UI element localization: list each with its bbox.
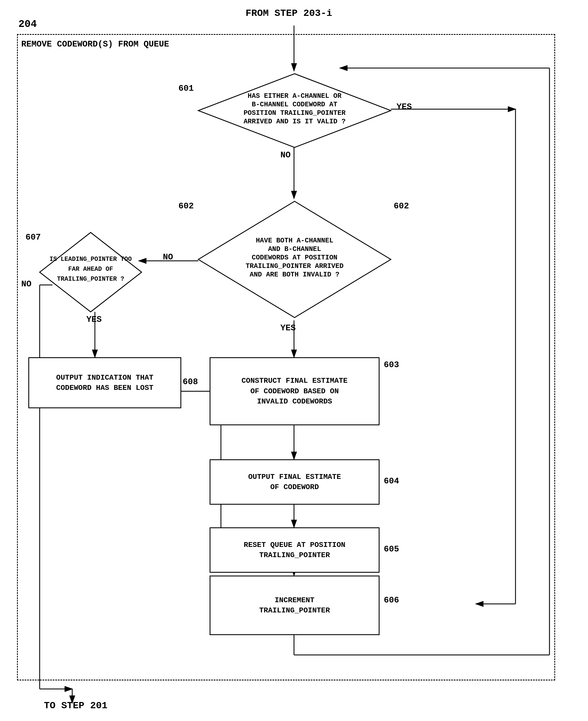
- box-604: OUTPUT FINAL ESTIMATEOF CODEWORD: [210, 459, 380, 505]
- step-602: 602: [178, 201, 194, 211]
- svg-text:AND ARE BOTH INVALID ?: AND ARE BOTH INVALID ?: [250, 271, 340, 278]
- yes-label-602: YES: [280, 323, 296, 333]
- no-label-601: NO: [280, 150, 291, 160]
- svg-text:TRAILING_POINTER ARRIVED: TRAILING_POINTER ARRIVED: [246, 262, 343, 270]
- yes-label-607: YES: [86, 315, 102, 324]
- remove-codeword-label: REMOVE CODEWORD(S) FROM QUEUE: [21, 38, 169, 50]
- box-608: OUTPUT INDICATION THATCODEWORD HAS BEEN …: [28, 357, 181, 408]
- step-606: 606: [384, 595, 399, 605]
- svg-text:ARRIVED AND IS IT VALID ?: ARRIVED AND IS IT VALID ?: [244, 118, 345, 125]
- yes-label-601: YES: [397, 102, 412, 112]
- step-602b: 602: [394, 201, 409, 211]
- step-607: 607: [25, 233, 41, 242]
- label-204: 204: [18, 18, 37, 30]
- no-label-602: NO: [163, 252, 173, 262]
- box-605: RESET QUEUE AT POSITIONTRAILING_POINTER: [210, 527, 380, 573]
- decision-607: IS LEADING_POINTER TOO FAR AHEAD OF TRAI…: [37, 229, 144, 315]
- svg-text:AND B-CHANNEL: AND B-CHANNEL: [268, 245, 321, 253]
- box-603: CONSTRUCT FINAL ESTIMATEOF CODEWORD BASE…: [210, 357, 380, 425]
- step-608: 608: [183, 377, 198, 387]
- box-606: INCREMENTTRAILING_POINTER: [210, 576, 380, 635]
- step-601: 601: [178, 84, 194, 93]
- svg-text:FAR AHEAD OF: FAR AHEAD OF: [68, 266, 113, 273]
- svg-text:CODEWORDS AT POSITION: CODEWORDS AT POSITION: [252, 254, 337, 261]
- svg-text:TRAILING_POINTER ?: TRAILING_POINTER ?: [57, 276, 124, 283]
- svg-text:POSITION TRAILING_POINTER: POSITION TRAILING_POINTER: [244, 109, 346, 117]
- step-604: 604: [384, 476, 399, 486]
- no-label-607: NO: [21, 279, 31, 289]
- step-603: 603: [384, 360, 399, 370]
- from-step-label: FROM STEP 203-i: [232, 8, 345, 19]
- decision-602: HAVE BOTH A-CHANNEL AND B-CHANNEL CODEWO…: [195, 198, 394, 320]
- decision-601: HAS EITHER A-CHANNEL OR B-CHANNEL CODEWO…: [195, 71, 394, 150]
- svg-text:B-CHANNEL CODEWORD AT: B-CHANNEL CODEWORD AT: [252, 101, 337, 108]
- svg-text:IS LEADING_POINTER TOO: IS LEADING_POINTER TOO: [49, 256, 132, 263]
- svg-text:HAS EITHER A-CHANNEL OR: HAS EITHER A-CHANNEL OR: [248, 92, 341, 100]
- diagram-container: FROM STEP 203-i 204 REMOVE CODEWORD(S) F…: [0, 0, 588, 721]
- step-605: 605: [384, 544, 399, 554]
- svg-text:HAVE BOTH A-CHANNEL: HAVE BOTH A-CHANNEL: [256, 237, 333, 244]
- to-step-label: TO STEP 201: [44, 700, 107, 711]
